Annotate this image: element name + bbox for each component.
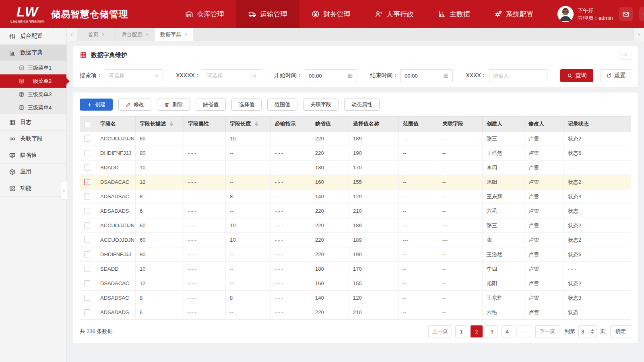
cell: 卢雪 [524,146,564,160]
row-checkbox[interactable] [84,295,90,301]
cell: - - - [271,175,311,189]
nav-item-3[interactable]: 财务管理 [299,0,363,28]
row-checkbox[interactable] [84,237,90,243]
cell: 六毛 [483,305,524,320]
toolbar-button-1[interactable]: 创建 [80,99,113,111]
cell: -- [399,204,438,218]
cell: 189 [349,233,399,247]
nav-item-1[interactable]: 仓库管理 [173,0,236,28]
logout-button[interactable] [639,7,644,21]
toolbar-button-2[interactable]: 修改 [118,99,151,111]
nav-item-6[interactable]: 系统配置 [482,0,545,28]
row-checkbox[interactable] [84,208,90,214]
tab-2[interactable]: 后台配置× [116,28,155,41]
mail-button[interactable] [619,7,633,21]
toolbar-button-6[interactable]: 范围值 [267,99,297,111]
sidebar-subitem-1[interactable]: 三级菜单1 [0,61,66,74]
row-checkbox[interactable] [84,266,90,272]
header-user-area: 下午好 管理员：admin [557,0,644,28]
table-row-11: DSADACAC12- - ---- - -160155----旭阳卢雪状态2 [80,276,631,291]
sidebar-item-7[interactable]: 功能 [0,180,66,197]
sidebar-subitem-4[interactable]: 三级菜单4 [0,101,66,114]
goto-page-input[interactable]: 3 [578,325,597,337]
cell: --- [399,132,438,146]
nav-item-2[interactable]: 运输管理 [236,0,299,28]
tab-close-icon[interactable]: × [102,32,105,37]
next-page-button[interactable]: 下一页 [535,325,559,337]
sidebar-subitem-2[interactable]: 三级菜单2 [0,74,66,88]
reset-button[interactable]: 重置 [601,69,631,82]
sidebar-subitem-3[interactable]: 三级菜单3 [0,88,66,101]
column-header-1: 字段名 [96,117,136,132]
tab-3[interactable]: 数据字典× [155,28,193,41]
tab-close-icon[interactable]: × [184,32,187,37]
row-checkbox[interactable] [84,179,90,185]
cell: 王东辉 [483,291,524,305]
page-button-4[interactable]: 4 [501,325,513,337]
toolbar-button-7[interactable]: 关联字段 [303,99,339,111]
cell: 卢雪 [524,262,564,276]
tabs-scroll-right[interactable] [634,28,644,41]
goto-confirm-button[interactable]: 确定 [610,325,631,337]
row-checkbox[interactable] [84,193,90,200]
sidebar-item-1[interactable]: 后台配置 [0,28,66,45]
cell: ADSADADS [96,305,136,320]
table-row-13: ADSADADS6- - ---- - -220210----六毛卢雪状态 [80,305,631,320]
chevron-down-icon [153,73,159,78]
row-checkbox[interactable] [84,136,90,142]
sort-icon[interactable] [255,121,258,126]
row-checkbox[interactable] [84,150,90,156]
cell: 卢雪 [524,247,564,262]
row-checkbox[interactable] [84,222,90,228]
tabs-scroll-left[interactable] [67,28,77,41]
nav-item-5[interactable]: 主数据 [426,0,482,28]
cell: - - - [184,233,226,247]
tab-close-icon[interactable]: × [146,32,149,37]
row-checkbox[interactable] [84,165,90,171]
cell: -- [399,189,438,204]
xxxx-input[interactable] [493,73,543,79]
page-button-1[interactable]: 1 [455,325,467,337]
toolbar-button-4[interactable]: 缺省值 [196,99,226,111]
start-time-input[interactable]: 00:00 [305,69,357,82]
cell: 卢雪 [524,291,564,305]
row-checkbox[interactable] [84,251,90,257]
query-button[interactable]: 查询 [560,69,593,82]
row-checkbox[interactable] [84,309,90,315]
sidebar-item-6[interactable]: 应用 [0,164,66,180]
nav-item-4[interactable]: 人事行政 [363,0,426,28]
select-all-checkbox[interactable] [84,121,90,127]
cell: 120 [349,291,399,305]
page-ellipsis[interactable]: ··· [516,325,532,337]
tab-1[interactable]: 首页× [77,28,116,41]
sidebar-item-5[interactable]: 缺省值 [0,147,66,164]
cell: --- [399,233,438,247]
sidebar-item-3[interactable]: 日志 [0,114,66,131]
avatar[interactable] [557,6,574,22]
filter-xxxxx-item: XXXXX： 请选择 [176,69,261,82]
end-time-input[interactable]: 00:00 [400,69,453,82]
cell: 80 [136,146,184,160]
prev-page-button[interactable]: 上一页 [428,325,452,337]
search-select[interactable]: 请选择 [105,69,163,82]
page-button-3[interactable]: 3 [486,325,498,337]
sort-icon[interactable] [170,121,173,126]
cell: -- [399,305,438,320]
toolbar-button-5[interactable]: 选择值 [231,99,262,111]
sidebar-item-2[interactable]: 数据字典 [0,45,66,61]
goto-page-stepper[interactable] [591,329,594,334]
row-checkbox[interactable] [84,280,90,286]
sidebar-collapse-handle[interactable]: « [61,181,67,200]
panel-collapse-button[interactable] [619,51,631,60]
cell: 160 [311,175,349,189]
xxxxx-select[interactable]: 请选择 [203,69,261,82]
cell: - - - [184,204,226,218]
row-checkbox-cell [80,276,96,291]
toolbar-button-8[interactable]: 动态属性 [344,99,380,111]
row-checkbox-cell [80,233,96,247]
cell: - - - [184,175,226,189]
sidebar-item-4[interactable]: 关联字段 [0,131,66,147]
page-button-2[interactable]: 2 [471,325,483,337]
toolbar-button-3[interactable]: 删除 [157,99,190,111]
page-content: 数据字典维护 搜索项： 请选择 XXXXX： 请选择 [67,41,644,362]
